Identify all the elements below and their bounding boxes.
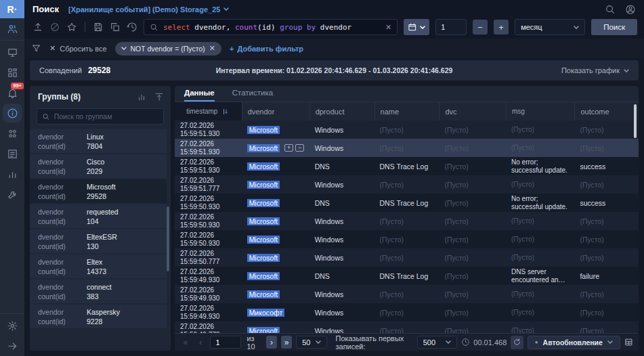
history-icon[interactable] xyxy=(127,22,137,32)
table-row[interactable]: 27.02.2026 15:59:50.930 Microsoft + − ⋮ … xyxy=(175,230,639,248)
group-item[interactable]: dvendor Microsoft count(id) 29528 xyxy=(30,179,167,203)
autoupdate-button[interactable]: ● Автообновление xyxy=(528,336,620,349)
table-view-icon[interactable] xyxy=(624,336,633,348)
show-chart-toggle[interactable]: Показать график xyxy=(561,66,629,74)
group-item[interactable]: dvendor Cisco count(id) 2029 xyxy=(30,154,167,178)
app-logo[interactable]: R· xyxy=(0,0,24,18)
search-button[interactable]: Поиск xyxy=(591,19,637,35)
group-item[interactable]: dvendor connect count(id) 383 xyxy=(30,280,167,303)
sidebar-item-journal[interactable] xyxy=(0,143,24,164)
table-row[interactable]: 27.02.2026 15:59:49.930 Microsoft + − ⋮ … xyxy=(175,267,639,285)
column-header-dvendor[interactable]: dvendor xyxy=(242,102,309,120)
dvendor-highlighted-value[interactable]: Микософт xyxy=(247,309,285,317)
dvendor-highlighted-value[interactable]: Microsoft xyxy=(247,327,280,334)
funnel-icon[interactable] xyxy=(31,43,41,53)
group-item[interactable]: dvendor Kaspersky count(id) 9228 xyxy=(30,305,167,328)
page-size-select[interactable]: 50 xyxy=(296,336,327,349)
reset-all-filters[interactable]: ✕ Сбросить все xyxy=(49,44,107,53)
dvendor-highlighted-value[interactable]: Microsoft xyxy=(247,126,280,134)
period-unit-select[interactable]: месяц xyxy=(515,19,585,35)
account-icon[interactable] xyxy=(625,4,636,15)
table-row[interactable]: 27.02.2026 15:59:51.930 Microsoft + − ⋮ … xyxy=(175,157,639,175)
dvendor-highlighted-value[interactable]: Microsoft xyxy=(247,144,280,152)
first-page-button[interactable]: « xyxy=(180,336,191,349)
sidebar-item-dashboards[interactable] xyxy=(0,62,24,83)
cell-msg: No error; successful update. xyxy=(506,157,574,175)
groups-export-icon[interactable] xyxy=(154,92,164,102)
sidebar-item-modules[interactable] xyxy=(0,123,24,143)
group-item[interactable]: dvendor Eltex count(id) 14373 xyxy=(30,254,167,278)
chevron-down-icon xyxy=(420,26,425,29)
tab-statistics[interactable]: Статистика xyxy=(232,89,273,102)
storage-selector[interactable]: [Хранилище событий] (Demo) Storage_25 xyxy=(68,5,229,14)
column-header-timestamp[interactable]: timestamp xyxy=(175,102,242,120)
table-row[interactable]: 27.02.2026 15:59:51.930 Microsoft + − ⋮ … xyxy=(175,120,639,139)
column-header-dvc[interactable]: dvc xyxy=(439,102,506,120)
dvendor-highlighted-value[interactable]: Microsoft xyxy=(247,217,280,225)
dvendor-highlighted-value[interactable]: Microsoft xyxy=(247,162,280,171)
column-header-dproduct[interactable]: dproduct xyxy=(309,102,374,120)
save-icon[interactable] xyxy=(93,22,104,32)
prev-page-button[interactable]: ‹ xyxy=(195,336,206,349)
tab-data[interactable]: Данные xyxy=(184,89,215,102)
next-page-button[interactable]: › xyxy=(266,336,277,349)
cell-name: DNS Trace Log xyxy=(374,157,439,175)
cell-dproduct: Windows xyxy=(309,248,374,267)
include-filter-icon[interactable]: + xyxy=(284,144,293,152)
dvendor-highlighted-value[interactable]: Microsoft xyxy=(247,199,280,207)
sidebar-item-monitoring[interactable] xyxy=(0,42,24,62)
groups-chart-icon[interactable] xyxy=(137,92,146,102)
calendar-button[interactable] xyxy=(404,19,429,35)
copy-icon[interactable] xyxy=(110,22,121,32)
group-item[interactable]: dvendor Linux count(id) 7804 xyxy=(30,129,167,153)
dvendor-highlighted-value[interactable]: Microsoft xyxy=(247,254,280,262)
dvendor-highlighted-value[interactable]: Microsoft xyxy=(247,236,280,244)
sidebar-item-reports[interactable] xyxy=(0,164,24,184)
table-row[interactable]: 27.02.2026 15:59:49.930 Микософт + − ⋮ W… xyxy=(175,303,639,321)
link-off-icon[interactable] xyxy=(49,22,60,32)
table-row[interactable]: 27.02.2026 15:59:51.930 Microsoft + − ⋮ … xyxy=(175,139,639,157)
table-row[interactable]: 27.02.2026 15:59:50.930 Microsoft + − ⋮ … xyxy=(175,212,639,230)
table-scrollbar-thumb[interactable] xyxy=(634,104,637,138)
clear-query-icon[interactable]: ✕ xyxy=(385,23,391,32)
groups-scrollbar-thumb[interactable] xyxy=(167,206,169,271)
table-row[interactable]: 27.02.2026 15:59:51.777 Microsoft + − ⋮ … xyxy=(175,175,639,194)
query-input[interactable]: select dvendor, count(id) group by dvend… xyxy=(144,19,398,35)
column-header-msg[interactable]: msg xyxy=(506,102,574,120)
last-page-button[interactable]: » xyxy=(281,336,292,349)
dvendor-highlighted-value[interactable]: Microsoft xyxy=(247,272,280,280)
dvendor-highlighted-value[interactable]: Microsoft xyxy=(247,290,280,298)
table-row[interactable]: 27.02.2026 15:59:49.778 Microsoft + − ⋮ … xyxy=(175,321,639,333)
sidebar-item-settings[interactable] xyxy=(0,315,24,336)
period-value-input[interactable] xyxy=(435,19,467,35)
page-number-input[interactable] xyxy=(210,336,241,349)
global-search-icon[interactable] xyxy=(605,4,616,15)
table-row[interactable]: 27.02.2026 15:59:49.930 Microsoft + − ⋮ … xyxy=(175,285,639,303)
table-row[interactable]: 27.02.2026 15:59:50.930 Microsoft + − ⋮ … xyxy=(175,194,639,212)
sidebar-item-tools[interactable] xyxy=(0,184,24,204)
dvendor-highlighted-value[interactable]: Microsoft xyxy=(247,181,280,189)
exclude-filter-icon[interactable]: − xyxy=(295,144,304,152)
group-value: Eltex xyxy=(87,257,102,267)
upload-icon[interactable] xyxy=(33,22,43,32)
period-decrement-button[interactable]: − xyxy=(473,20,488,35)
show-first-select[interactable]: 500 xyxy=(417,336,458,349)
group-item[interactable]: dvendor requested count(id) 104 xyxy=(30,204,167,228)
groups-search-field[interactable] xyxy=(37,108,164,125)
favorite-star-icon[interactable] xyxy=(66,22,77,32)
refresh-button[interactable] xyxy=(511,336,523,349)
add-filter-button[interactable]: + Добавить фильтр xyxy=(230,45,303,53)
group-value: Kaspersky xyxy=(87,307,120,317)
table-row[interactable]: 27.02.2026 15:59:50.777 Microsoft + − ⋮ … xyxy=(175,248,639,267)
column-header-name[interactable]: name xyxy=(374,102,439,120)
sidebar-item-alerts[interactable]: 99+ xyxy=(0,83,24,103)
remove-filter-icon[interactable]: ✕ xyxy=(209,44,215,53)
groups-search-input[interactable] xyxy=(54,112,158,120)
period-increment-button[interactable]: + xyxy=(494,20,509,35)
sidebar-item-search-events[interactable] xyxy=(0,103,24,123)
filter-chip[interactable]: NOT dvendor = (Пусто) ✕ xyxy=(115,42,221,55)
sidebar-item-expand[interactable] xyxy=(0,336,24,356)
group-item[interactable]: dvendor EltexESR count(id) 130 xyxy=(30,229,167,253)
column-header-outcome[interactable]: outcome xyxy=(574,102,639,120)
sidebar-item-users[interactable] xyxy=(0,18,24,39)
